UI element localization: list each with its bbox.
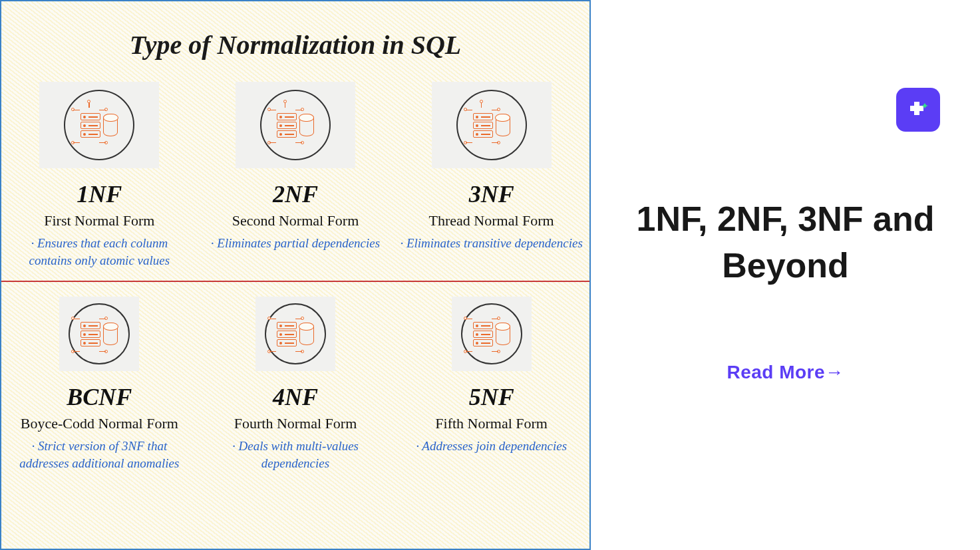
db-schema-icon xyxy=(260,90,331,160)
forms-row-1: 1NF First Normal Form · Ensures that eac… xyxy=(1,76,589,281)
read-more-link[interactable]: Read More→ xyxy=(631,362,940,383)
icon-badge xyxy=(432,82,552,168)
form-full-name: Fourth Normal Form xyxy=(234,415,357,432)
form-description: · Eliminates transitive dependencies xyxy=(397,235,585,252)
form-description: · Strict version of 3NF that addresses a… xyxy=(5,438,194,472)
form-description: · Ensures that each colunm contains only… xyxy=(5,235,194,269)
db-schema-icon xyxy=(265,303,326,364)
form-abbr: 2NF xyxy=(273,180,318,208)
normalization-diagram: Type of Normalization in SQL xyxy=(0,0,591,550)
form-full-name: Fifth Normal Form xyxy=(435,415,548,432)
diagram-title: Type of Normalization in SQL xyxy=(1,1,589,76)
forms-row-2: BCNF Boyce-Codd Normal Form · Strict ver… xyxy=(1,282,589,483)
form-description: · Deals with multi-values dependencies xyxy=(202,438,390,472)
form-card-4nf: 4NF Fourth Normal Form · Deals with mult… xyxy=(198,291,394,483)
article-summary-panel: 1NF, 2NF, 3NF and Beyond Read More→ xyxy=(591,0,980,550)
db-schema-icon xyxy=(456,90,527,160)
form-abbr: 3NF xyxy=(469,180,514,208)
article-heading: 1NF, 2NF, 3NF and Beyond xyxy=(631,196,940,289)
app-logo-icon xyxy=(896,88,940,132)
db-schema-icon xyxy=(69,303,130,364)
form-card-3nf: 3NF Thread Normal Form · Eliminates tran… xyxy=(393,76,589,281)
form-full-name: Second Normal Form xyxy=(232,212,359,229)
form-abbr: BCNF xyxy=(67,383,132,411)
form-full-name: First Normal Form xyxy=(44,212,154,229)
form-description: · Addresses join dependencies xyxy=(413,438,570,455)
form-description: · Eliminates partial dependencies xyxy=(208,235,383,252)
icon-badge xyxy=(39,82,159,168)
icon-badge xyxy=(236,82,355,168)
form-full-name: Boyce-Codd Normal Form xyxy=(21,415,178,432)
icon-badge xyxy=(452,297,532,371)
form-card-2nf: 2NF Second Normal Form · Eliminates part… xyxy=(198,76,394,281)
form-card-1nf: 1NF First Normal Form · Ensures that eac… xyxy=(1,76,198,281)
form-abbr: 4NF xyxy=(273,383,318,411)
db-schema-icon xyxy=(461,303,522,364)
form-abbr: 5NF xyxy=(469,383,514,411)
form-abbr: 1NF xyxy=(77,180,122,208)
form-card-5nf: 5NF Fifth Normal Form · Addresses join d… xyxy=(393,291,589,483)
icon-badge xyxy=(255,297,335,371)
form-full-name: Thread Normal Form xyxy=(429,212,554,229)
db-schema-icon xyxy=(64,90,134,160)
form-card-bcnf: BCNF Boyce-Codd Normal Form · Strict ver… xyxy=(1,291,198,483)
icon-badge xyxy=(59,297,139,371)
